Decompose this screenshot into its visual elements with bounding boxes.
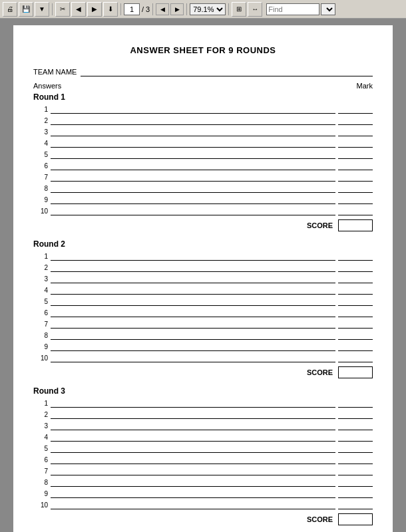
answer-row-2-10: 10: [33, 353, 373, 362]
zoom-control: 79.1% 100% 75% 50%: [190, 3, 226, 15]
separator-3: [152, 3, 153, 15]
answer-row-2-4: 4: [33, 285, 373, 295]
answer-line: [51, 251, 335, 261]
answer-line: [51, 274, 335, 283]
mark-line: [338, 455, 373, 464]
mark-line: [338, 319, 373, 329]
row-num: 7: [33, 174, 48, 182]
round-2-label: Round 2: [33, 239, 373, 249]
answer-line: [51, 466, 335, 475]
row-num: 3: [33, 275, 48, 283]
separator-2: [120, 3, 121, 15]
answer-line: [51, 308, 335, 317]
row-num: 7: [33, 467, 48, 475]
row-num: 10: [33, 354, 48, 362]
fit-width-button[interactable]: ↔: [248, 2, 262, 17]
fit-page-button[interactable]: ⊞: [232, 2, 246, 17]
row-num: 1: [33, 106, 48, 114]
answer-row-1-10: 10: [33, 206, 373, 215]
find-input[interactable]: [266, 3, 319, 15]
round-1-label: Round 1: [33, 92, 373, 102]
round-3-score-row: SCORE: [33, 513, 373, 525]
answer-line: [51, 206, 335, 215]
print-button[interactable]: 🖨: [3, 2, 17, 17]
mark-line: [338, 421, 373, 430]
separator-1: [52, 3, 53, 15]
row-num: 9: [33, 490, 48, 498]
team-name-label: TEAM NAME: [33, 68, 77, 76]
download-button[interactable]: ⬇: [103, 2, 118, 17]
mark-line: [338, 195, 373, 204]
answer-row-2-5: 5: [33, 297, 373, 306]
row-num: 10: [33, 501, 48, 509]
answer-row-3-8: 8: [33, 477, 373, 487]
row-num: 10: [33, 207, 48, 215]
answer-row-3-5: 5: [33, 444, 373, 453]
mark-line: [338, 116, 373, 125]
answer-line: [51, 421, 335, 430]
mark-label: Mark: [357, 82, 373, 90]
mark-line: [338, 297, 373, 306]
row-num: 6: [33, 456, 48, 464]
zoom-select[interactable]: 79.1% 100% 75% 50%: [190, 3, 226, 15]
team-name-line: [81, 67, 373, 76]
row-num: 5: [33, 151, 48, 159]
find-options[interactable]: [321, 3, 335, 15]
back-button[interactable]: ◀: [71, 2, 86, 17]
team-name-row: TEAM NAME: [33, 67, 373, 76]
cut-button[interactable]: ✂: [55, 2, 70, 17]
mark-line: [338, 432, 373, 442]
answer-line: [51, 398, 335, 408]
answer-row-1-5: 5: [33, 150, 373, 159]
mark-line: [338, 172, 373, 182]
answer-line: [51, 161, 335, 170]
mark-line: [338, 285, 373, 295]
round-2-section: Round 2 1 2 3 4 5: [33, 239, 373, 378]
page-title: ANSWER SHEET FOR 9 ROUNDS: [33, 45, 373, 55]
answer-row-1-1: 1: [33, 104, 373, 114]
row-num: 4: [33, 140, 48, 148]
answer-line: [51, 342, 335, 351]
mark-line: [338, 410, 373, 419]
scroll-area[interactable]: ANSWER SHEET FOR 9 ROUNDS TEAM NAME Answ…: [0, 19, 406, 532]
answer-row-1-9: 9: [33, 195, 373, 204]
page-nav: / 3: [124, 3, 150, 15]
answer-line: [51, 195, 335, 204]
round-2-score-label: SCORE: [307, 368, 333, 376]
answer-line: [51, 104, 335, 114]
mark-line: [338, 150, 373, 159]
save-button[interactable]: 💾: [19, 2, 33, 17]
answer-line: [51, 172, 335, 182]
answer-line: [51, 444, 335, 453]
answer-row-3-4: 4: [33, 432, 373, 442]
mark-line: [338, 206, 373, 215]
page-next-button[interactable]: ▶: [170, 3, 184, 15]
mark-line: [338, 353, 373, 362]
answer-line: [51, 410, 335, 419]
answer-row-1-4: 4: [33, 138, 373, 148]
mark-line: [338, 398, 373, 408]
page-prev-button[interactable]: ◀: [156, 3, 169, 15]
round-1-score-label: SCORE: [307, 221, 333, 229]
mark-line: [338, 274, 373, 283]
round-1-section: Round 1 1 2 3 4 5: [33, 92, 373, 231]
answer-row-3-7: 7: [33, 466, 373, 475]
forward-button[interactable]: ▶: [87, 2, 102, 17]
toolbar: 🖨 💾 ▼ ✂ ◀ ▶ ⬇ / 3 ◀ ▶ 79.1% 100% 75% 50%…: [0, 0, 406, 19]
row-num: 3: [33, 422, 48, 430]
row-num: 9: [33, 196, 48, 204]
answers-label: Answers: [33, 82, 61, 90]
row-num: 8: [33, 332, 48, 340]
answer-row-2-7: 7: [33, 319, 373, 329]
mark-line: [338, 127, 373, 136]
answer-line: [51, 477, 335, 487]
answer-row-3-1: 1: [33, 398, 373, 408]
mark-line: [338, 184, 373, 193]
answer-line: [51, 455, 335, 464]
dropdown-button[interactable]: ▼: [35, 2, 49, 17]
page-number-input[interactable]: [124, 3, 140, 15]
answer-row-2-2: 2: [33, 263, 373, 272]
answer-row-2-9: 9: [33, 342, 373, 351]
page-separator: / 3: [142, 5, 150, 13]
mark-line: [338, 308, 373, 317]
